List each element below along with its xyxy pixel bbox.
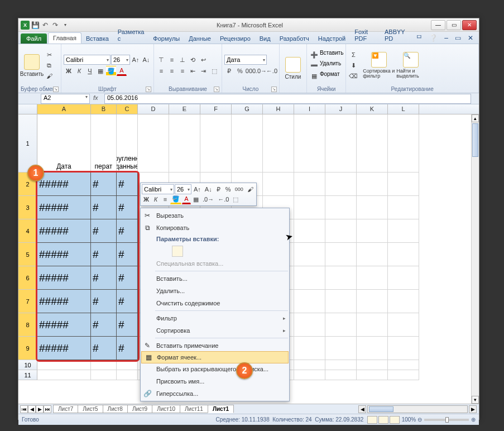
undo-icon[interactable]: ↶ — [41, 21, 50, 30]
cell-I3[interactable] — [294, 196, 325, 219]
minimize-ribbon-icon[interactable]: ㅁ — [412, 31, 426, 44]
sort-filter-button[interactable]: 🔽Сортировка и фильтр — [363, 48, 395, 83]
tab-addins[interactable]: Надстрой — [314, 33, 350, 44]
cell-J1[interactable] — [325, 114, 357, 173]
view-layout-icon[interactable] — [378, 416, 388, 424]
cell-A2[interactable]: ##### — [37, 173, 91, 196]
zoom-control[interactable]: 100% ⊖⊕ — [400, 416, 476, 423]
row-header-7[interactable]: 7 — [18, 290, 37, 313]
cell-L10[interactable] — [388, 360, 419, 370]
sheet-tab-Лист7[interactable]: Лист7 — [53, 405, 78, 413]
mini-italic-icon[interactable]: К — [151, 194, 160, 204]
tab-data[interactable]: Данные — [184, 33, 215, 44]
cell-A8[interactable]: ##### — [37, 313, 91, 337]
ctx-sort[interactable]: Сортировка▸ — [141, 324, 289, 337]
tab-layout[interactable]: Разметка с — [113, 27, 149, 44]
comma-icon[interactable]: 000 — [246, 66, 256, 76]
paste-button[interactable]: Вставить — [21, 48, 43, 83]
cell-L1[interactable] — [388, 114, 419, 173]
ctx-clear[interactable]: Очистить содержимое — [141, 297, 289, 309]
cell-C9[interactable]: # — [117, 337, 138, 360]
format-painter-icon[interactable]: 🖌 — [44, 71, 54, 81]
font-dialog-icon[interactable]: ↘ — [146, 87, 151, 92]
view-normal-icon[interactable] — [367, 416, 377, 424]
cell-L8[interactable] — [388, 313, 419, 337]
mini-currency-icon[interactable]: ₽ — [214, 184, 223, 194]
row-header-4[interactable]: 4 — [18, 219, 37, 243]
worksheet-grid[interactable]: ABCDEFGHIJKL 1234567891011 ДатаператОкру… — [18, 104, 479, 404]
cell-H1[interactable] — [263, 114, 294, 173]
mini-merge-icon[interactable]: ⬚ — [231, 194, 240, 204]
mini-decdec-icon[interactable]: ←.0 — [216, 194, 231, 204]
cell-B2[interactable]: # — [91, 173, 117, 196]
mini-bold-icon[interactable]: Ж — [142, 194, 151, 204]
formula-input[interactable]: 05.06.2016 — [104, 94, 471, 104]
mini-font-combo[interactable]: Calibri — [142, 184, 174, 194]
cell-K1[interactable] — [357, 114, 388, 173]
bold-icon[interactable]: Ж — [64, 66, 74, 76]
view-break-icon[interactable] — [390, 416, 400, 424]
cell-K7[interactable] — [357, 290, 388, 313]
row-header-3[interactable]: 3 — [18, 196, 37, 219]
cell-K6[interactable] — [357, 266, 388, 290]
col-header-B[interactable]: B — [91, 104, 117, 114]
horizontal-scrollbar[interactable]: ◀ ▶ — [233, 405, 477, 413]
cell-C8[interactable]: # — [117, 313, 138, 337]
find-button[interactable]: 🔍Найти и выделить — [396, 48, 425, 83]
align-middle-icon[interactable]: ≡ — [167, 55, 177, 65]
ctx-paste-option[interactable] — [141, 245, 289, 257]
cell-C1[interactable]: Округленные данные — [117, 114, 138, 173]
cell-J10[interactable] — [325, 360, 357, 370]
format-cells-icon[interactable]: ▦ — [309, 71, 319, 81]
tab-home[interactable]: Главная — [48, 32, 81, 44]
cell-C7[interactable]: # — [117, 290, 138, 313]
cell-L11[interactable] — [388, 370, 419, 380]
sheet-tab-Лист9[interactable]: Лист9 — [127, 405, 152, 413]
sheet-prev-icon[interactable]: ◀ — [28, 405, 36, 413]
hscroll-right-icon[interactable]: ▶ — [469, 405, 477, 413]
hscroll-track[interactable] — [367, 405, 468, 413]
cell-K11[interactable] — [357, 370, 388, 380]
cell-K3[interactable] — [357, 196, 388, 219]
cell-I6[interactable] — [294, 266, 325, 290]
ctx-hyperlink[interactable]: 🔗Гиперссылка... — [141, 387, 289, 400]
scroll-up-icon[interactable]: ▴ — [472, 114, 479, 122]
doc-close-icon[interactable]: ✕ — [464, 32, 477, 44]
sheet-first-icon[interactable]: ⏮ — [20, 405, 28, 413]
cell-L5[interactable] — [388, 243, 419, 266]
ctx-filter[interactable]: Фильтр▸ — [141, 312, 289, 324]
row-header-9[interactable]: 9 — [18, 337, 37, 360]
cell-I1[interactable] — [294, 114, 325, 173]
col-header-G[interactable]: G — [232, 104, 263, 114]
clear-icon[interactable]: ⌫ — [348, 71, 358, 81]
col-header-C[interactable]: C — [117, 104, 138, 114]
cell-I9[interactable] — [294, 337, 325, 360]
cell-I10[interactable] — [294, 360, 325, 370]
cell-I2[interactable] — [294, 173, 325, 196]
cell-A11[interactable] — [37, 370, 91, 380]
ctx-dropdown[interactable]: Выбрать из раскрывающегося списка... — [141, 363, 289, 375]
tab-abbyy[interactable]: ABBYY PD — [380, 27, 412, 44]
file-tab[interactable]: Файл — [21, 33, 47, 44]
cell-L3[interactable] — [388, 196, 419, 219]
row-header-5[interactable]: 5 — [18, 243, 37, 266]
name-box[interactable]: A2 — [41, 94, 90, 104]
sheet-last-icon[interactable]: ⏭ — [44, 405, 51, 413]
mini-incdec-icon[interactable]: .0→ — [201, 194, 215, 204]
underline-icon[interactable]: Ч — [85, 66, 95, 76]
maximize-button[interactable]: ▭ — [447, 20, 461, 30]
col-header-H[interactable]: H — [263, 104, 294, 114]
cell-C11[interactable] — [117, 370, 138, 380]
indent-dec-icon[interactable]: ⇤ — [188, 66, 198, 76]
save-icon[interactable]: 💾 — [31, 21, 40, 30]
mini-shrink-icon[interactable]: A↓ — [203, 184, 214, 194]
scroll-thumb[interactable] — [472, 123, 478, 157]
cell-B9[interactable]: # — [91, 337, 117, 360]
vertical-scrollbar[interactable]: ▴ ▾ — [471, 114, 479, 404]
cell-D1[interactable] — [138, 114, 169, 173]
mini-comma-icon[interactable]: 000 — [233, 184, 245, 194]
cell-C10[interactable] — [117, 360, 138, 370]
font-color-icon[interactable]: A — [117, 66, 127, 76]
align-center-icon[interactable]: ≡ — [167, 66, 177, 76]
delete-cells-icon[interactable]: ➖ — [309, 60, 319, 70]
